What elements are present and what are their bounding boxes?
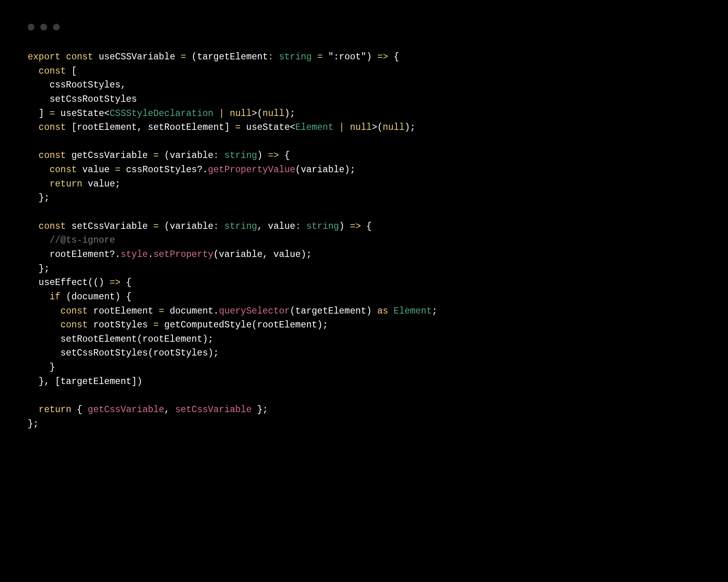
code-token: useEffect(() [28,278,110,288]
code-token: = [153,320,159,330]
code-token: as [377,306,388,316]
code-token: = [159,306,164,316]
code-token: , value [257,221,296,232]
code-token [312,52,317,62]
code-token: setRootElement(rootElement); [28,334,213,344]
traffic-dot-minimize-icon [40,24,47,30]
code-token: }; [252,405,268,415]
code-token: = [317,52,323,62]
code-token: >( [372,122,383,133]
code-token: //@ts-ignore [49,235,115,245]
code-token: (variable [159,150,213,161]
code-token: const [39,221,66,232]
code-token: ; [432,306,437,316]
code-token: { [361,221,372,232]
code-token: : [213,221,219,232]
code-token [334,122,339,133]
code-token [28,405,39,415]
code-token: = [153,150,159,161]
window-traffic-lights [28,24,700,30]
code-token: ); [404,122,415,133]
code-block: export const useCSSVariable = (targetEle… [28,50,700,431]
code-token: return [39,405,72,415]
code-token: style [121,249,148,260]
code-token: >( [252,108,263,119]
code-token: (document) { [61,292,131,302]
code-token [28,292,49,302]
code-token: = [235,122,241,133]
code-token: . [148,249,154,260]
code-window: export const useCSSVariable = (targetEle… [0,0,728,455]
code-token: Element [295,122,334,133]
code-token [273,52,279,62]
code-token [345,122,350,133]
code-token: setCssRootStyles [28,94,137,105]
code-token: string [279,52,312,62]
code-token: { [71,405,87,415]
code-token [28,179,49,189]
code-token: value [77,165,115,175]
code-token: [ [66,66,77,76]
code-token [61,52,66,62]
code-token: null [230,108,252,119]
code-token: rootElement [88,306,159,316]
code-token: [rootElement, setRootElement] [66,122,235,133]
code-token: = [181,52,186,62]
code-token: (targetElement) [290,306,377,316]
code-token [388,306,394,316]
code-token: const [39,150,66,161]
code-token: rootElement?. [28,249,121,260]
code-token [28,165,49,175]
code-token: }, [targetElement]) [28,377,142,387]
code-token: CSSStyleDeclaration [110,108,213,119]
code-token: { [279,150,290,161]
code-token: setCssVariable [175,405,252,415]
code-token: = [49,108,55,119]
code-token [28,150,39,161]
code-token: (variable, value); [213,249,311,260]
code-token: ) [366,52,377,62]
code-token: null [263,108,284,119]
code-token: useCSSVariable [93,52,181,62]
code-token: getCssVariable [66,150,154,161]
code-token: getPropertyValue [208,165,296,175]
code-token: value; [82,179,121,189]
code-token: ] [28,108,49,119]
code-token: string [224,150,257,161]
code-token [219,150,224,161]
code-token: | [339,122,345,133]
code-token: Element [394,306,432,316]
code-token: setCssVariable [66,221,154,232]
code-token: (variable); [295,165,355,175]
code-token: => [268,150,279,161]
code-token: cssRootStyles, [28,80,126,90]
code-token: { [121,278,132,288]
code-token: cssRootStyles?. [121,165,208,175]
code-token: const [39,66,66,76]
code-token: ); [284,108,296,119]
code-token [28,66,39,76]
code-token: }; [28,419,39,429]
code-token: getComputedStyle(rootElement); [159,320,328,330]
code-token: document. [164,306,219,316]
code-token [322,52,328,62]
code-token: , [164,405,175,415]
code-token: : [213,150,219,161]
code-token: rootStyles [88,320,154,330]
code-token [28,306,61,316]
code-token: const [49,165,77,175]
code-token [301,221,306,232]
code-token: getCssVariable [88,405,164,415]
code-token: useState< [55,108,110,119]
code-token: = [115,165,121,175]
code-token [213,108,219,119]
code-token: string [306,221,339,232]
code-token: = [153,221,159,232]
code-token: ) [257,150,268,161]
code-token: string [224,221,257,232]
code-token: const [61,320,88,330]
code-token: { [388,52,399,62]
code-token: querySelector [219,306,290,316]
code-token: export [28,52,61,62]
code-token: const [61,306,88,316]
